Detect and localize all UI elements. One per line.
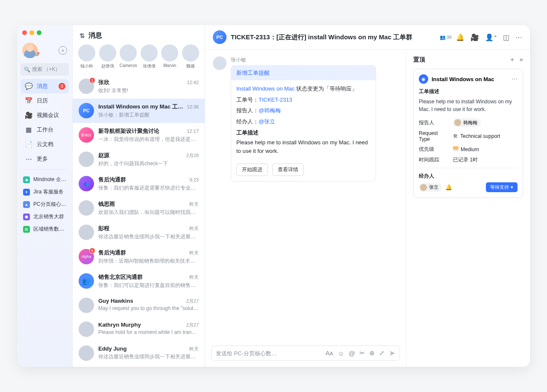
sender-avatar[interactable] <box>213 56 226 70</box>
conv-time: 昨天 <box>189 346 199 352</box>
conversation-item[interactable]: 赵源2月28 好的，这个问题我再check一下 <box>73 147 205 172</box>
chat-avatar: PC <box>213 30 226 44</box>
unread-badge: 1 <box>89 77 95 83</box>
nav-more[interactable]: ⋯ 更多 <box>21 152 69 166</box>
format-icon[interactable]: Aᴀ <box>325 349 333 357</box>
expand-icon[interactable]: ⤢ <box>379 349 385 357</box>
conv-preview: Please hold for a moment while I am tran… <box>98 329 199 335</box>
emoji-icon[interactable]: ☺ <box>338 350 344 357</box>
conv-time: 2月27 <box>186 298 199 304</box>
app-icon: ⊞ <box>23 226 30 233</box>
ticket-icon: ◉ <box>419 74 428 84</box>
conversation-item[interactable]: 👥 售后沟通群9:23 张鲁：我们的客服还是需要尽快进行专业培训… <box>73 172 205 196</box>
conv-preview: 欢迎加入我们团队，有问题可以随时找我… <box>98 209 199 216</box>
app-item[interactable]: ⬢北京销售大群 <box>21 211 69 223</box>
conversation-item[interactable]: 彭程昨天 你这边最近销售业绩同步我一下相关进展… <box>73 220 205 245</box>
conv-time: 昨天 <box>189 250 199 256</box>
nav-calendar[interactable]: 📅 日历 <box>21 94 69 108</box>
conversation-item[interactable]: Guy Hawkins2月27 May I request you to go … <box>73 293 205 317</box>
nav-video[interactable]: 🎥 视频会议 <box>21 108 69 123</box>
search-input[interactable]: 🔍 搜索 （+K） <box>21 63 69 76</box>
window-controls[interactable] <box>21 30 69 35</box>
sender-name: 张小敏 <box>231 56 398 64</box>
conversation-item[interactable]: PC Install Windows on my Mac 工单群12:36 张小… <box>73 99 205 123</box>
ticket-more-icon[interactable]: ⋯ <box>512 76 518 82</box>
search-icon: 🔍 <box>24 67 30 73</box>
conv-title: 张欣 <box>98 79 109 86</box>
chat-header: PC TICKET-2313：[正在进行] install Windows on… <box>205 25 530 50</box>
add-button[interactable]: + <box>59 46 67 55</box>
bell-icon[interactable]: 🔔 <box>456 33 465 41</box>
member-count[interactable]: 👥 38 <box>440 35 452 40</box>
collapse-panel-icon[interactable]: » <box>520 56 523 64</box>
app-icon: ⬢ <box>23 214 30 220</box>
conv-preview: 刘华强：近期AI智能销售助理的相关技术谁有… <box>98 257 199 265</box>
nav-workspace[interactable]: ▦ 工作台 <box>21 123 69 137</box>
add-member-icon[interactable]: 👤⁺ <box>485 33 497 41</box>
conversation-item[interactable]: 钱思雨昨天 欢迎加入我们团队，有问题可以随时找我… <box>73 196 205 220</box>
more-icon[interactable]: ⋯ <box>515 33 522 41</box>
handler-mention[interactable]: @张立 <box>259 118 275 125</box>
send-button[interactable]: ➤ <box>389 348 395 358</box>
panel-icon[interactable]: ◫ <box>503 33 509 41</box>
badge: 9 <box>59 83 65 90</box>
story[interactable]: Marvin <box>161 44 179 69</box>
status-dropdown[interactable]: 等待支持 ▾ <box>486 182 518 192</box>
app-item[interactable]: ✦Jira 客服服务 <box>21 186 69 198</box>
conv-avatar: 新项目 <box>79 127 94 143</box>
ticket-card: 新增工单提醒 Install Windows on Mac 状态变更为「等待响应… <box>231 65 376 181</box>
mention-icon[interactable]: @ <box>349 350 355 357</box>
story[interactable]: Cameron <box>119 44 138 69</box>
chat-area: PC TICKET-2313：[正在进行] install Windows on… <box>205 25 530 367</box>
reporter-mention[interactable]: @韩梅梅 <box>259 107 281 114</box>
assignee-chip[interactable]: 张立 <box>419 183 442 192</box>
conv-time: 昨天 <box>189 225 199 232</box>
conversation-item[interactable]: 1 张欣12:42 收到! 非常赞! <box>73 74 205 99</box>
ticket-title[interactable]: Install Windows on Mac <box>432 76 508 82</box>
nav-docs[interactable]: 📄 云文档 <box>21 137 69 152</box>
conversation-item[interactable]: Alpha6 售后沟通群昨天 刘华强：近期AI智能销售助理的相关技术谁有… <box>73 245 205 269</box>
conversation-item[interactable]: 👥 销售北京区沟通群昨天 张鲁：我们可以定期进行复盘目前的销售进展… <box>73 269 205 293</box>
reporter-chip[interactable]: 韩梅梅 <box>453 118 481 127</box>
chat-title: TICKET-2313：[正在进行] install Windows on my… <box>231 33 435 41</box>
ticket-id[interactable]: TICKET-2313 <box>259 97 292 103</box>
conv-preview: 张鲁：我们的客服还是需要尽快进行专业培训… <box>98 184 199 192</box>
snip-icon[interactable]: ✂ <box>359 349 365 357</box>
story[interactable]: 张倩倩 <box>140 44 159 69</box>
story-avatar <box>141 44 158 61</box>
conversation-item[interactable]: Eddy Jung昨天 你这边最近销售业绩同步我一下相关进展… <box>73 341 205 365</box>
conv-title: 彭程 <box>98 225 109 232</box>
app-item[interactable]: ⊞区域销售数… <box>21 223 69 235</box>
grid-icon: ▦ <box>25 126 32 134</box>
message-input[interactable] <box>216 350 321 357</box>
nav-messages[interactable]: 💬 消息 9 <box>21 79 69 94</box>
user-avatar[interactable] <box>22 43 38 58</box>
conv-avatar <box>79 200 94 216</box>
app-item[interactable]: ▲PC分页核心… <box>21 198 69 211</box>
conv-avatar <box>79 225 94 240</box>
notify-icon[interactable]: 🔔 <box>445 184 452 190</box>
story[interactable]: 赵饼强 <box>99 44 117 69</box>
conv-time: 12:42 <box>187 80 199 85</box>
conversation-item[interactable]: 新项目 新导航框架设计聚焦讨论12:17 一冰：我觉得你说的有道理，但是我还是坚… <box>73 123 205 147</box>
conv-title: 新导航框架设计聚焦讨论 <box>98 127 159 135</box>
left-nav: 📅 + 🔍 搜索 （+K） 💬 消息 9 📅 日历 🎥 视频会议 ▦ 工作台 📄… <box>17 25 73 367</box>
conv-preview: 你这边最近销售业绩同步我一下相关进展… <box>98 233 199 240</box>
doc-icon: 📄 <box>25 140 32 148</box>
more-icon: ⋯ <box>25 155 32 163</box>
filter-icon[interactable]: ⇅ <box>79 32 85 40</box>
app-item[interactable]: ◆Mindnote 企… <box>21 173 69 186</box>
conv-avatar <box>79 298 94 313</box>
video-call-icon[interactable]: 🎥 <box>471 33 479 41</box>
pinned-ticket: ◉ Install Windows on Mac ⋯ 工单描述 Please h… <box>413 69 523 198</box>
conversation-item[interactable]: Kathryn Murphy2月27 Please hold for a mom… <box>73 317 205 341</box>
story[interactable]: 魏微 <box>182 44 200 69</box>
conv-avatar: 👥 <box>79 273 94 289</box>
start-follow-button[interactable]: 开始跟进 <box>236 164 268 176</box>
story[interactable]: 钱小秋 <box>78 44 96 69</box>
add-pin-icon[interactable]: ＋ <box>509 56 515 64</box>
add-icon[interactable]: ⊕ <box>369 349 375 357</box>
ticket-link[interactable]: Install Windows on Mac <box>236 85 295 92</box>
view-details-button[interactable]: 查看详情 <box>272 164 304 176</box>
conv-title: 销售北京区沟通群 <box>98 273 143 281</box>
